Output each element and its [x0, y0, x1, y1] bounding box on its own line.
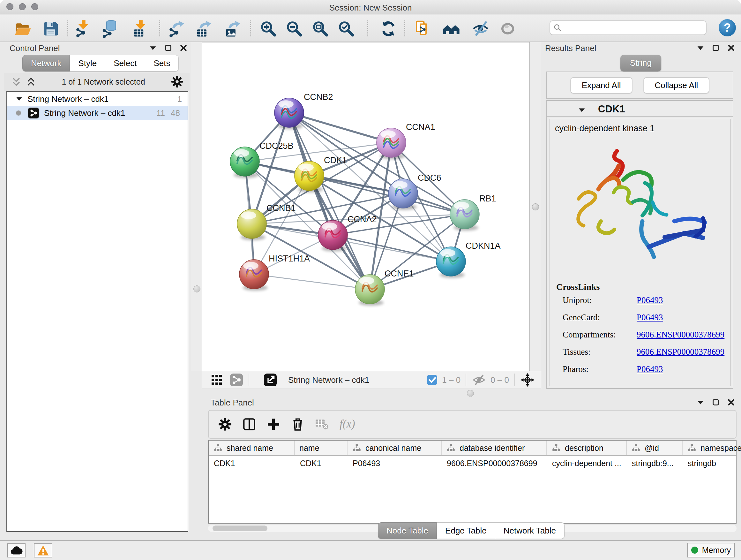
right-splitter[interactable]: [530, 42, 541, 389]
zoom-selected-button[interactable]: [337, 19, 355, 38]
crosslink-row: Pharos: P06493: [562, 364, 725, 381]
import-network-button[interactable]: [74, 19, 92, 38]
maximize-panel-icon[interactable]: [712, 398, 720, 407]
tab-edge-table[interactable]: Edge Table: [437, 522, 495, 539]
network-collection-row[interactable]: String Network – cdk1 1: [7, 92, 188, 106]
network-options-gear-icon[interactable]: [171, 75, 184, 88]
selected-nodes-checkbox-icon[interactable]: [427, 374, 437, 385]
crosslink-link[interactable]: 9606.ENSP00000378699: [636, 330, 724, 340]
collection-label: String Network – cdk1: [27, 94, 109, 104]
column-header-namespace[interactable]: namespace: [683, 441, 741, 455]
first-neighbors-button[interactable]: [442, 19, 461, 38]
node-highlight: [359, 277, 374, 285]
network-canvas[interactable]: CCNB2 CCNA1 CDC25B CDK1 CDC6 RB1 CCNB1: [202, 42, 530, 371]
tab-network[interactable]: Network: [22, 55, 70, 71]
save-session-button[interactable]: [42, 19, 60, 38]
network-overview-icon[interactable]: [229, 373, 244, 387]
expand-all-networks-icon[interactable]: [25, 76, 37, 87]
tab-style[interactable]: Style: [70, 55, 105, 71]
network-node-CDKN1A[interactable]: CDKN1A: [436, 241, 501, 278]
network-selected-status: 1 of 1 Network selected: [37, 77, 171, 86]
expand-all-button[interactable]: Expand All: [570, 77, 632, 93]
column-header-shared-name[interactable]: shared name: [209, 441, 295, 455]
close-panel-icon[interactable]: [727, 44, 735, 52]
entry-caret-icon[interactable]: [578, 106, 586, 114]
float-panel-icon[interactable]: [696, 44, 704, 52]
delete-columns-icon[interactable]: [290, 417, 305, 432]
apply-layout-button[interactable]: [379, 19, 398, 38]
tab-string[interactable]: String: [620, 55, 661, 71]
search-input[interactable]: [564, 23, 703, 32]
crosslink-link[interactable]: P06493: [636, 364, 663, 374]
tab-select[interactable]: Select: [105, 55, 145, 71]
help-button[interactable]: ?: [719, 19, 736, 37]
table-toolbar: f(x): [208, 410, 737, 439]
network-node-CDK1[interactable]: CDK1: [294, 155, 347, 192]
new-network-from-selection-button[interactable]: [414, 19, 432, 38]
results-entry-header[interactable]: CDK1: [547, 101, 733, 117]
warning-status-button[interactable]: [34, 543, 52, 557]
hide-selected-button[interactable]: [471, 19, 490, 38]
node-highlight: [392, 181, 408, 189]
zoom-in-icon: [259, 19, 278, 38]
collapse-all-button[interactable]: Collapse All: [644, 77, 710, 93]
show-all-button[interactable]: [498, 19, 517, 38]
tab-sets[interactable]: Sets: [145, 55, 179, 71]
export-network-button[interactable]: [167, 19, 186, 38]
collection-caret-icon[interactable]: [15, 95, 23, 103]
zoom-in-button[interactable]: [259, 19, 278, 38]
tab-node-table[interactable]: Node Table: [378, 522, 437, 539]
network-edge-CCNB2-CCNA1[interactable]: [289, 113, 391, 143]
table-cell: stringdb:9...: [627, 456, 683, 471]
create-column-icon[interactable]: [266, 417, 281, 432]
crosslink-link[interactable]: P06493: [636, 313, 663, 322]
left-splitter-handle[interactable]: [193, 286, 200, 293]
network-edge-HIST1H1A-CCNE1[interactable]: [254, 274, 370, 289]
close-panel-icon[interactable]: [179, 44, 188, 52]
open-session-button[interactable]: [13, 19, 32, 38]
node-highlight: [322, 223, 337, 230]
bottom-splitter-handle[interactable]: [467, 390, 474, 397]
column-header-database-identifier[interactable]: database identifier: [442, 441, 547, 455]
right-splitter-handle[interactable]: [532, 203, 539, 210]
memory-button[interactable]: Memory: [687, 543, 735, 557]
crosslink-row: Uniprot: P06493: [562, 295, 725, 313]
table-hscrollbar-thumb[interactable]: [212, 525, 267, 531]
table-row[interactable]: CDK1CDK1P064939606.ENSP00000378699cyclin…: [209, 456, 736, 471]
network-label: String Network – cdk1: [44, 108, 125, 118]
import-table-button[interactable]: [131, 19, 149, 38]
column-header-description[interactable]: description: [547, 441, 627, 455]
detach-view-icon[interactable]: [263, 373, 277, 387]
crosslink-link[interactable]: 9606.ENSP00000378699: [636, 347, 724, 357]
network-node-CCNE1[interactable]: CCNE1: [355, 269, 414, 306]
maximize-panel-icon[interactable]: [164, 44, 172, 52]
import-from-database-button[interactable]: [101, 19, 120, 38]
network-row[interactable]: String Network – cdk1 11 48: [7, 106, 188, 120]
crosslink-label: Uniprot:: [562, 295, 592, 305]
export-image-button[interactable]: [223, 19, 242, 38]
left-splitter[interactable]: [191, 42, 202, 371]
cloud-status-button[interactable]: [7, 543, 25, 557]
collapse-all-networks-icon[interactable]: [11, 76, 22, 87]
titlebar: Session: New Session: [0, 0, 741, 14]
column-header-name[interactable]: name: [295, 441, 347, 455]
column-header-@id[interactable]: @id: [627, 441, 683, 455]
float-panel-icon[interactable]: [149, 44, 157, 52]
maximize-panel-icon[interactable]: [712, 44, 720, 52]
grid-view-icon[interactable]: [210, 373, 224, 387]
show-columns-icon[interactable]: [242, 417, 257, 432]
close-panel-icon[interactable]: [727, 398, 735, 407]
network-node-RB1[interactable]: RB1: [450, 194, 496, 231]
pan-crosshair-icon[interactable]: [521, 373, 535, 387]
tab-network-table[interactable]: Network Table: [495, 522, 564, 539]
zoom-out-button[interactable]: [285, 19, 304, 38]
table-cell: CDK1: [295, 456, 347, 471]
crosslink-link[interactable]: P06493: [636, 295, 663, 305]
network-node-HIST1H1A[interactable]: HIST1H1A: [239, 254, 310, 291]
network-node-CCNA1[interactable]: CCNA1: [377, 122, 435, 159]
column-header-canonical-name[interactable]: canonical name: [347, 441, 442, 455]
float-panel-icon[interactable]: [696, 398, 704, 407]
export-table-button[interactable]: [194, 19, 213, 38]
zoom-fit-button[interactable]: [311, 19, 330, 38]
table-options-gear-icon[interactable]: [218, 417, 232, 432]
